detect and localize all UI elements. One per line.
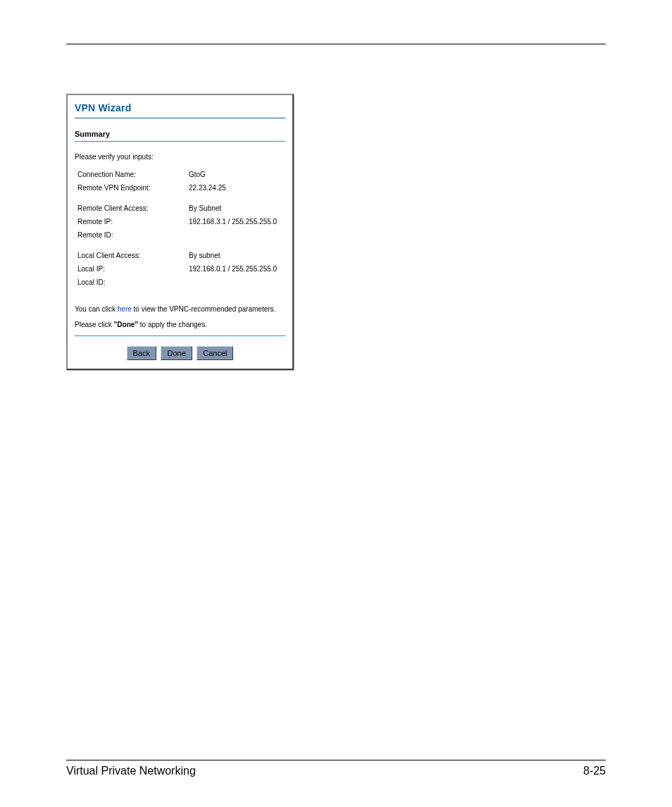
row-remote-id: Remote ID: bbox=[77, 228, 287, 242]
footer-left: Virtual Private Networking bbox=[66, 765, 196, 777]
row-remote-access: Remote Client Access: By Subnet bbox=[77, 202, 287, 215]
label: Remote IP: bbox=[77, 218, 189, 226]
label: Local Client Access: bbox=[77, 252, 189, 259]
vpnc-note: You can click here to view the VPNC-reco… bbox=[73, 300, 287, 316]
value: 192.168.0.1 / 255.255.255.0 bbox=[189, 265, 287, 273]
note-pre: You can click bbox=[75, 305, 118, 313]
apply-post: to apply the changes. bbox=[138, 321, 207, 328]
summary-group-local: Local Client Access: By subnet Local IP:… bbox=[73, 246, 287, 289]
apply-note: Please click "Done" to apply the changes… bbox=[73, 316, 287, 331]
verify-text: Please verify your inputs: bbox=[73, 142, 287, 165]
value bbox=[189, 278, 287, 286]
done-button[interactable]: Done bbox=[161, 346, 192, 360]
button-row: Back Done Cancel bbox=[73, 336, 287, 362]
value bbox=[189, 231, 287, 239]
value: 192.168.3.1 / 255.255.255.0 bbox=[189, 218, 287, 226]
label: Remote Client Access: bbox=[77, 204, 189, 212]
value: 22.23.24.25 bbox=[189, 184, 287, 192]
label: Remote VPN Endpoint: bbox=[77, 184, 189, 192]
note-post: to view the VPNC-recommended parameters. bbox=[132, 305, 276, 313]
row-connection-name: Connection Name: GtoG bbox=[77, 168, 287, 181]
summary-group-remote: Remote Client Access: By Subnet Remote I… bbox=[73, 199, 287, 242]
value: By subnet bbox=[189, 252, 287, 259]
summary-group-connection: Connection Name: GtoG Remote VPN Endpoin… bbox=[73, 165, 287, 195]
vpnc-link[interactable]: here bbox=[118, 305, 132, 313]
label: Local IP: bbox=[77, 265, 189, 273]
row-remote-ip: Remote IP: 192.168.3.1 / 255.255.255.0 bbox=[77, 215, 287, 228]
row-local-access: Local Client Access: By subnet bbox=[77, 249, 287, 262]
apply-bold: "Done" bbox=[114, 321, 138, 328]
back-button[interactable]: Back bbox=[127, 346, 156, 360]
row-remote-endpoint: Remote VPN Endpoint: 22.23.24.25 bbox=[77, 181, 287, 195]
top-rule bbox=[66, 44, 606, 44]
wizard-title: VPN Wizard bbox=[73, 102, 287, 118]
cancel-button[interactable]: Cancel bbox=[197, 346, 233, 360]
label: Local ID: bbox=[77, 278, 189, 286]
apply-pre: Please click bbox=[75, 321, 114, 328]
page-footer: Virtual Private Networking 8-25 bbox=[66, 760, 606, 777]
vpn-wizard-dialog: VPN Wizard Summary Please verify your in… bbox=[66, 94, 294, 370]
label: Remote ID: bbox=[77, 231, 189, 239]
footer-right: 8-25 bbox=[583, 765, 606, 777]
row-local-id: Local ID: bbox=[77, 276, 287, 289]
footer-rule bbox=[66, 760, 606, 760]
value: GtoG bbox=[189, 171, 287, 178]
section-title: Summary bbox=[73, 118, 287, 141]
value: By Subnet bbox=[189, 204, 287, 212]
label: Connection Name: bbox=[77, 171, 189, 178]
row-local-ip: Local IP: 192.168.0.1 / 255.255.255.0 bbox=[77, 262, 287, 276]
